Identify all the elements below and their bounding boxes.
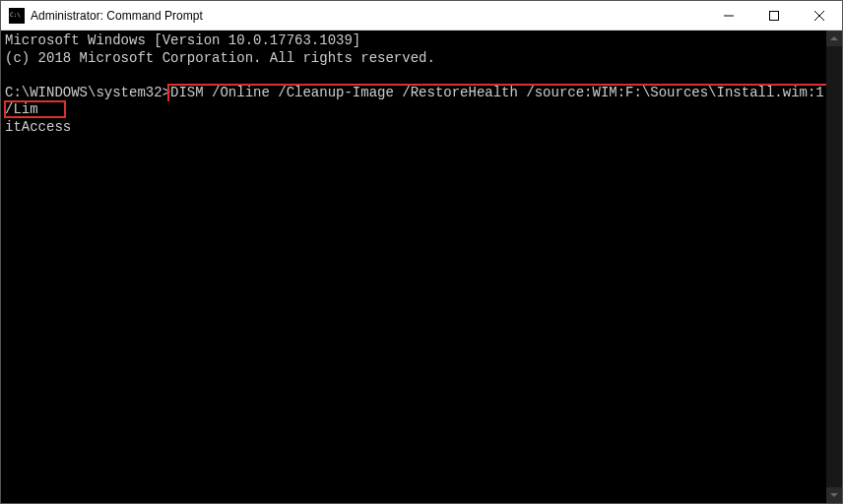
chevron-down-icon [830, 493, 838, 497]
copyright-line: (c) 2018 Microsoft Corporation. All righ… [5, 50, 838, 68]
command-text-part2: itAccess [5, 119, 71, 135]
blank-line [5, 67, 838, 85]
version-line: Microsoft Windows [Version 10.0.17763.10… [5, 32, 838, 50]
scrollbar-down-button[interactable] [826, 487, 842, 503]
maximize-icon [769, 11, 779, 21]
maximize-button[interactable] [751, 1, 797, 30]
minimize-button[interactable] [706, 1, 751, 30]
command-prompt-window: Administrator: Command Prompt Microsoft … [0, 0, 843, 504]
terminal-area[interactable]: Microsoft Windows [Version 10.0.17763.10… [1, 31, 842, 503]
titlebar[interactable]: Administrator: Command Prompt [1, 1, 842, 31]
close-icon [814, 11, 824, 21]
chevron-up-icon [830, 36, 838, 40]
window-title: Administrator: Command Prompt [31, 9, 706, 23]
minimize-icon [724, 11, 734, 21]
close-button[interactable] [797, 1, 842, 30]
scrollbar-up-button[interactable] [826, 31, 842, 46]
command-block: C:\WINDOWS\system32>DISM /Online /Cleanu… [5, 85, 838, 137]
cmd-icon [9, 8, 25, 24]
vertical-scrollbar[interactable] [826, 31, 842, 503]
prompt-text: C:\WINDOWS\system32> [5, 85, 170, 100]
svg-rect-1 [770, 11, 779, 20]
window-controls [706, 1, 842, 30]
